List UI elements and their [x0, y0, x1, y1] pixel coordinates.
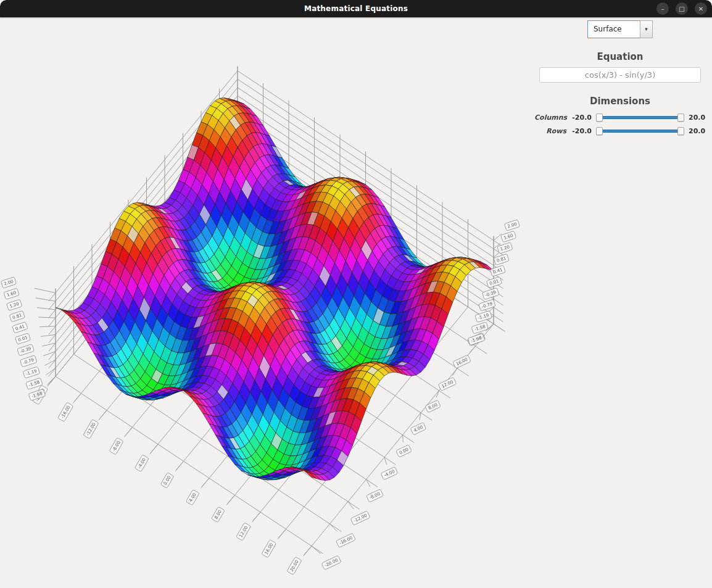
columns-label: Columns — [534, 114, 566, 122]
columns-slider-handle-max[interactable] — [677, 114, 684, 122]
rows-slider-row: Rows -20.0 20.0 — [534, 126, 706, 135]
window-title: Mathematical Equations — [304, 4, 408, 13]
equation-input[interactable] — [539, 67, 701, 83]
columns-min-value: -20.0 — [571, 114, 592, 122]
surface-type-dropdown-button[interactable]: ▾ — [640, 20, 653, 38]
rows-slider-handle-min[interactable] — [596, 127, 603, 135]
surface-plot-canvas[interactable] — [0, 17, 537, 588]
surface-type-value[interactable]: Surface — [587, 20, 640, 38]
app-window: Mathematical Equations – □ ✕ Surface ▾ E… — [0, 0, 712, 588]
surface-type-select[interactable]: Surface ▾ — [587, 20, 653, 38]
titlebar: Mathematical Equations – □ ✕ — [0, 0, 712, 17]
close-icon: ✕ — [698, 6, 703, 12]
columns-slider-handle-min[interactable] — [596, 114, 603, 122]
minimize-button[interactable]: – — [656, 2, 669, 15]
close-button[interactable]: ✕ — [695, 2, 707, 15]
maximize-button[interactable]: □ — [676, 2, 688, 15]
rows-label: Rows — [534, 127, 566, 135]
rows-min-value: -20.0 — [571, 127, 592, 135]
rows-slider-handle-max[interactable] — [677, 127, 684, 135]
control-panel: Surface ▾ Equation Dimensions Columns -2… — [534, 20, 706, 135]
window-controls: – □ ✕ — [656, 2, 707, 15]
columns-max-value: 20.0 — [689, 114, 706, 122]
minimize-icon: – — [661, 6, 664, 12]
dimensions-heading: Dimensions — [534, 96, 706, 107]
chevron-down-icon: ▾ — [645, 27, 648, 32]
rows-range-slider[interactable] — [596, 130, 684, 133]
equation-heading: Equation — [534, 51, 706, 62]
columns-slider-row: Columns -20.0 20.0 — [534, 113, 706, 122]
maximize-icon: □ — [679, 6, 684, 12]
columns-range-slider[interactable] — [596, 116, 684, 119]
rows-max-value: 20.0 — [689, 127, 706, 135]
